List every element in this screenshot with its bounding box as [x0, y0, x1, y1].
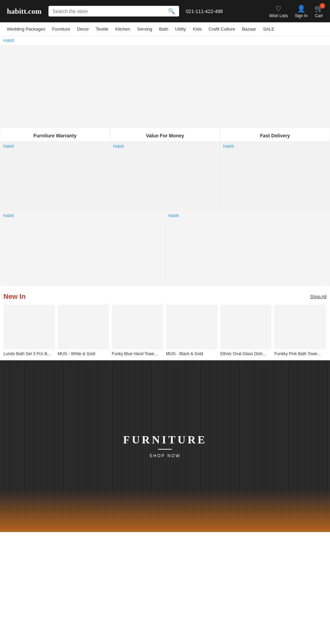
- product-card-1[interactable]: MUG - White & Gold: [58, 305, 109, 357]
- wish-lists-label: Wish Lists: [269, 13, 288, 18]
- breadcrumb-home[interactable]: Habitt: [3, 38, 14, 43]
- site-logo[interactable]: habitt.com: [7, 7, 42, 16]
- nav-decor[interactable]: Decor: [74, 26, 92, 32]
- banner-row2: Habitt Habitt: [0, 210, 330, 286]
- main-nav: Wedding Packages Furniture Decor Textile…: [0, 22, 330, 36]
- banner-item-1[interactable]: Habitt: [0, 210, 165, 286]
- wish-lists-button[interactable]: ♡ Wish Lists: [269, 4, 288, 18]
- product-image-0: [3, 305, 55, 349]
- feature-card-warranty: Furniture Warranty Habitt: [0, 127, 110, 210]
- sign-in-button[interactable]: 👤 Sign In: [295, 4, 308, 18]
- nav-furniture[interactable]: Furniture: [49, 26, 74, 32]
- search-icon[interactable]: 🔍: [168, 8, 175, 14]
- nav-wedding-packages[interactable]: Wedding Packages: [3, 26, 49, 32]
- product-image-1: [58, 305, 109, 349]
- feature-card-value: Value For Money Habitt: [110, 127, 220, 210]
- new-in-header: New In Shop All: [3, 293, 327, 301]
- furniture-banner-content: FURNITURE SHOP NOW: [123, 433, 207, 459]
- nav-textile[interactable]: Textile: [92, 26, 112, 32]
- nav-kids[interactable]: Kids: [189, 26, 205, 32]
- product-name-0: Lundo Bath Set 3 Pcs B...: [3, 351, 55, 357]
- product-image-3: [166, 305, 218, 349]
- breadcrumb: Habitt: [0, 36, 330, 45]
- cart-label: Cart: [315, 13, 323, 18]
- nav-utility[interactable]: Utility: [172, 26, 190, 32]
- feature-title-warranty: Furniture Warranty: [0, 133, 110, 138]
- new-in-section: New In Shop All Lundo Bath Set 3 Pcs B..…: [0, 286, 330, 360]
- product-name-4: Ethnic Oval Glass Dish...: [220, 351, 272, 357]
- product-name-1: MUG - White & Gold: [58, 351, 109, 357]
- products-row: Lundo Bath Set 3 Pcs B... MUG - White & …: [3, 305, 327, 357]
- product-card-2[interactable]: Funky Blue Hand Towe...: [112, 305, 163, 357]
- feature-title-value: Value For Money: [110, 133, 220, 138]
- nav-kitchen[interactable]: Kitchen: [112, 26, 133, 32]
- product-card-5[interactable]: Funkky Pink Bath Towe...: [274, 305, 326, 357]
- nav-craftt-culture[interactable]: Craftt Culture: [205, 26, 239, 32]
- nav-serving[interactable]: Serving: [134, 26, 156, 32]
- banner-item-2[interactable]: Habitt: [165, 210, 330, 286]
- feature-card-delivery: Fast Delivery Habitt: [220, 127, 330, 210]
- nav-bazaar[interactable]: Bazaar: [239, 26, 260, 32]
- nav-bath[interactable]: Bath: [156, 26, 172, 32]
- nav-sale[interactable]: SALE: [260, 26, 278, 32]
- product-card-0[interactable]: Lundo Bath Set 3 Pcs B...: [3, 305, 55, 357]
- product-image-4: [220, 305, 272, 349]
- feature-image-warranty: Habitt: [0, 141, 110, 210]
- header: habitt.com 🔍 021-111-422-488 ♡ Wish List…: [0, 0, 330, 22]
- product-image-5: [274, 305, 326, 349]
- feature-section: Furniture Warranty Habitt Value For Mone…: [0, 127, 330, 210]
- product-name-2: Funky Blue Hand Towe...: [112, 351, 163, 357]
- heart-icon: ♡: [275, 4, 282, 13]
- phone-number: 021-111-422-488: [186, 9, 223, 14]
- product-card-3[interactable]: MUG - Black & Gold: [166, 305, 218, 357]
- furniture-banner: FURNITURE SHOP NOW: [0, 360, 330, 532]
- product-image-2: [112, 305, 163, 349]
- feature-image-value: Habitt: [110, 141, 220, 210]
- product-name-5: Funkky Pink Bath Towe...: [274, 351, 326, 357]
- hero-banner: [0, 45, 330, 127]
- feature-image-delivery: Habitt: [220, 141, 330, 210]
- cart-badge: 1: [320, 3, 325, 9]
- furniture-shop-now-button[interactable]: SHOP NOW: [150, 453, 180, 458]
- product-card-4[interactable]: Ethnic Oval Glass Dish...: [220, 305, 272, 357]
- search-bar: 🔍: [48, 6, 179, 16]
- search-input[interactable]: [53, 9, 165, 14]
- furniture-bottom-gradient: [0, 491, 330, 532]
- header-actions: ♡ Wish Lists 👤 Sign In 🛒 1 Cart: [269, 4, 323, 18]
- furniture-banner-title: FURNITURE: [123, 433, 207, 446]
- shop-all-link[interactable]: Shop All: [310, 294, 327, 299]
- sign-in-label: Sign In: [295, 13, 308, 18]
- cart-button[interactable]: 🛒 1 Cart: [315, 4, 323, 18]
- new-in-title: New In: [3, 293, 25, 301]
- furniture-divider: [158, 449, 172, 450]
- user-icon: 👤: [297, 4, 306, 13]
- feature-title-delivery: Fast Delivery: [220, 133, 330, 138]
- product-name-3: MUG - Black & Gold: [166, 351, 218, 357]
